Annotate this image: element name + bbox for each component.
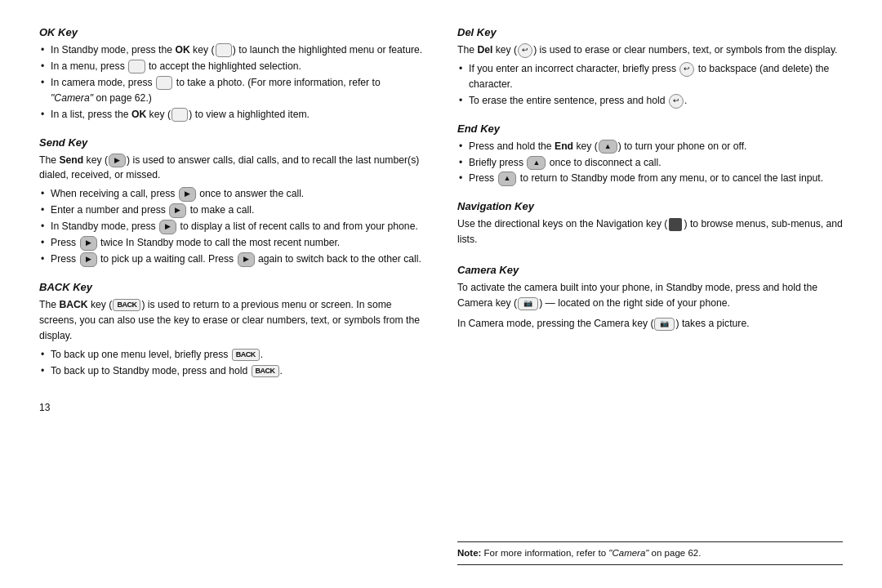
send-key-bullets: When receiving a call, press ▶ once to a… [39,186,425,267]
ok-key-bullets: In Standby mode, press the OK key ( ) to… [39,42,425,122]
list-item: Press ▶ twice In Standby mode to call th… [39,235,425,251]
list-item: In Standby mode, press ▶ to display a li… [39,219,425,234]
list-item: Enter a number and press ▶ to make a cal… [39,203,425,218]
send-key-icon: ▶ [109,154,126,168]
list-item: In camera mode, press to take a photo. (… [39,75,425,106]
list-item: If you enter an incorrect character, bri… [457,61,843,92]
section-end-key: End Key Press and hold the End key (▲) t… [457,122,843,188]
note-label: Note: [457,548,481,558]
list-item: In a list, press the OK key ( ) to view … [39,107,425,122]
section-back-key: BACK Key The BACK key (BACK) is used to … [39,281,425,380]
camera-key-intro1: To activate the camera built into your p… [457,280,843,311]
page: OK Key In Standby mode, press the OK key… [0,0,882,588]
section-del-key: Del Key The Del key (↩) is used to erase… [457,26,843,109]
send-key-icon6: ▶ [80,252,97,267]
section-send-key: Send Key The Send key (▶) is used to ans… [39,136,425,268]
back-key-icon2: BACK [232,349,260,362]
del-key-icon: ↩ [518,43,532,58]
ok-key-icon2 [128,60,145,74]
send-key-intro: The Send key (▶) is used to answer calls… [39,153,425,184]
navigation-key-title: Navigation Key [457,200,843,212]
section-ok-key: OK Key In Standby mode, press the OK key… [39,26,425,123]
send-key-icon7: ▶ [238,252,255,267]
back-key-icon3: BACK [252,365,279,378]
send-key-icon4: ▶ [159,220,176,234]
back-key-bullets: To back up one menu level, briefly press… [39,347,425,379]
back-key-title: BACK Key [39,281,425,293]
send-key-title: Send Key [39,136,425,149]
ok-key-title: OK Key [39,26,425,38]
ok-key-icon4 [172,108,188,122]
navigation-key-icon [669,218,682,231]
del-key-bullets: If you enter an incorrect character, bri… [457,61,843,109]
list-item: To back up one menu level, briefly press… [39,347,425,363]
del-key-title: Del Key [457,26,843,38]
right-column: Del Key The Del key (↩) is used to erase… [457,26,843,565]
page-number: 13 [39,400,425,413]
camera-key-icon: 📷 [518,297,538,310]
del-key-icon2: ↩ [679,62,694,77]
ok-key-icon3 [156,76,172,90]
camera-key-title: Camera Key [457,264,843,276]
end-key-bullets: Press and hold the End key (▲) to turn y… [457,139,843,187]
list-item: To erase the entire sentence, press and … [457,93,843,109]
back-key-intro: The BACK key (BACK) is used to return to… [39,297,425,344]
end-key-icon: ▲ [599,140,617,154]
list-item: In a menu, press to accept the highlight… [39,59,425,74]
list-item: In Standby mode, press the OK key ( ) to… [39,42,425,58]
list-item: Briefly press ▲ once to disconnect a cal… [457,155,843,171]
end-key-title: End Key [457,122,843,135]
end-key-icon2: ▲ [527,156,546,171]
del-key-icon3: ↩ [669,94,684,109]
list-item: Press ▲ to return to Standby mode from a… [457,171,843,186]
camera-key-intro2: In Camera mode, pressing the Camera key … [457,316,843,332]
note-box: Note: For more information, refer to "Ca… [457,541,843,565]
note-text: For more information, refer to "Camera" … [484,548,702,558]
left-column: OK Key In Standby mode, press the OK key… [39,26,425,565]
send-key-icon5: ▶ [80,236,97,251]
columns: OK Key In Standby mode, press the OK key… [39,26,843,565]
del-key-intro: The Del key (↩) is used to erase or clea… [457,42,843,58]
section-camera-key: Camera Key To activate the camera built … [457,264,843,335]
list-item: To back up to Standby mode, press and ho… [39,363,425,379]
end-key-icon3: ▲ [498,172,517,186]
list-item: Press ▶ to pick up a waiting call. Press… [39,252,425,267]
ok-key-icon [216,43,232,57]
list-item: When receiving a call, press ▶ once to a… [39,186,425,202]
back-key-icon: BACK [113,299,140,312]
list-item: Press and hold the End key (▲) to turn y… [457,139,843,154]
send-key-icon3: ▶ [169,203,186,218]
send-key-icon2: ▶ [179,187,196,202]
camera-key-icon2: 📷 [654,318,675,331]
navigation-key-intro: Use the directional keys on the Navigati… [457,216,843,247]
section-navigation-key: Navigation Key Use the directional keys … [457,200,843,251]
